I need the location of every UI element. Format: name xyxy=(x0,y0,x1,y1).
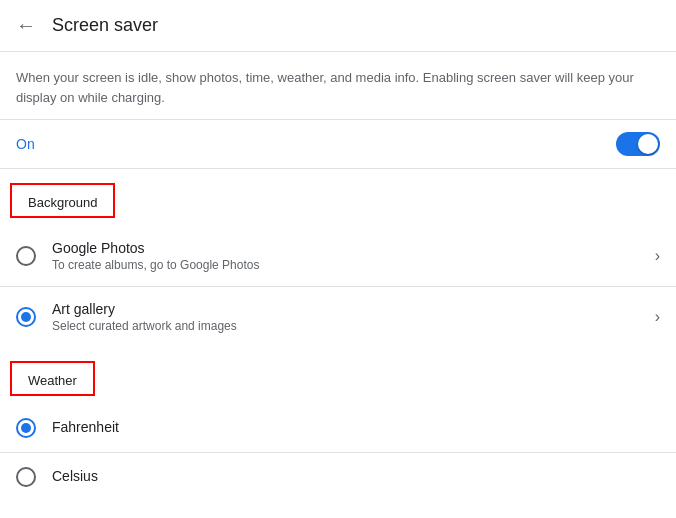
fahrenheit-text: Fahrenheit xyxy=(52,419,660,437)
header: ← Screen saver xyxy=(0,0,676,52)
background-section: Background Google Photos To create album… xyxy=(0,169,676,347)
google-photos-title: Google Photos xyxy=(52,240,655,256)
description-text: When your screen is idle, show photos, t… xyxy=(0,52,676,119)
toggle-row[interactable]: On xyxy=(0,120,676,168)
celsius-radio[interactable] xyxy=(16,467,36,487)
celsius-radio-outer xyxy=(16,467,36,487)
art-gallery-option[interactable]: Art gallery Select curated artwork and i… xyxy=(0,287,676,347)
fahrenheit-option[interactable]: Fahrenheit xyxy=(0,404,676,453)
celsius-option[interactable]: Celsius xyxy=(0,453,676,501)
google-photos-subtitle: To create albums, go to Google Photos xyxy=(52,258,655,272)
google-photos-radio[interactable] xyxy=(16,246,36,266)
fahrenheit-radio-inner xyxy=(21,423,31,433)
art-gallery-radio[interactable] xyxy=(16,307,36,327)
radio-outer xyxy=(16,246,36,266)
celsius-text: Celsius xyxy=(52,468,660,486)
weather-section: Weather Fahrenheit Celsius xyxy=(0,347,676,501)
radio-outer-selected xyxy=(16,307,36,327)
art-gallery-subtitle: Select curated artwork and images xyxy=(52,319,655,333)
art-gallery-text: Art gallery Select curated artwork and i… xyxy=(52,301,655,333)
back-icon[interactable]: ← xyxy=(16,14,36,37)
art-gallery-title: Art gallery xyxy=(52,301,655,317)
radio-inner xyxy=(21,312,31,322)
google-photos-option[interactable]: Google Photos To create albums, go to Go… xyxy=(0,226,676,287)
google-photos-chevron: › xyxy=(655,247,660,265)
page-title: Screen saver xyxy=(52,15,158,36)
fahrenheit-title: Fahrenheit xyxy=(52,419,660,435)
weather-section-title: Weather xyxy=(10,361,95,396)
fahrenheit-radio[interactable] xyxy=(16,418,36,438)
fahrenheit-radio-outer xyxy=(16,418,36,438)
celsius-title: Celsius xyxy=(52,468,660,484)
background-section-title: Background xyxy=(10,183,115,218)
toggle-label: On xyxy=(16,136,35,152)
art-gallery-chevron: › xyxy=(655,308,660,326)
google-photos-text: Google Photos To create albums, go to Go… xyxy=(52,240,655,272)
on-off-toggle[interactable] xyxy=(616,132,660,156)
